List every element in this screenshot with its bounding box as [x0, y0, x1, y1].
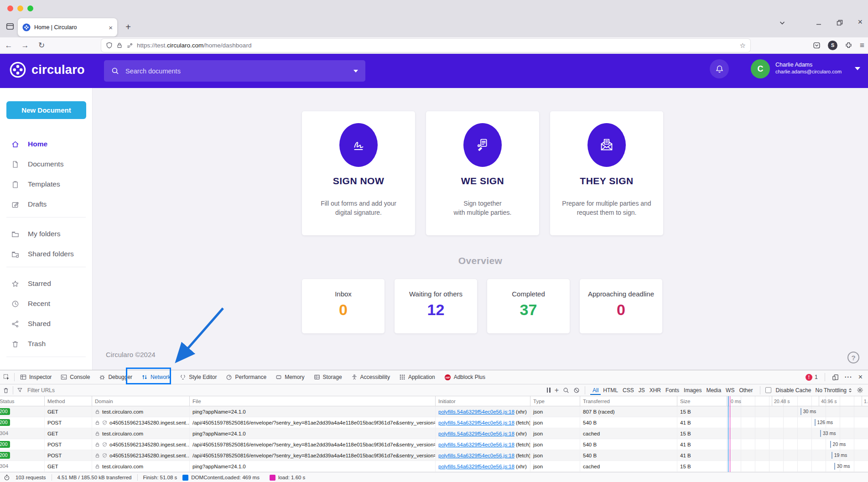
stat-card-deadline[interactable]: Approaching deadline 0	[580, 279, 662, 333]
search-bar[interactable]	[104, 60, 365, 82]
devtools-tab-console[interactable]: Console	[56, 370, 94, 384]
firefox-view-icon[interactable]	[6, 22, 14, 31]
extension-s-icon[interactable]: S	[828, 41, 837, 50]
devtools-tab-accessibility[interactable]: Accessibility	[347, 370, 395, 384]
devtools-tab-adblock-plus[interactable]: ABP Adblock Plus	[440, 370, 490, 384]
sidebar-item-shared[interactable]: Shared	[11, 316, 88, 332]
stat-card-inbox[interactable]: Inbox 0	[302, 279, 385, 333]
sidebar-item-drafts[interactable]: Drafts	[11, 196, 88, 212]
search-input[interactable]	[125, 67, 348, 75]
filter-urls-input[interactable]: Filter URLs	[26, 387, 55, 394]
window-close-icon[interactable]: ×	[858, 17, 863, 27]
sidebar-item-recent[interactable]: Recent	[11, 295, 88, 312]
lock-icon[interactable]	[116, 42, 123, 49]
table-row[interactable]: 200 POST o4505159621345280.ingest.sent… …	[0, 439, 868, 450]
stat-card-completed[interactable]: Completed 37	[487, 279, 570, 333]
sidebar-item-documents[interactable]: Documents	[11, 156, 88, 172]
column-header-type[interactable]: Type	[530, 396, 580, 406]
table-row[interactable]: 304 GET test.circularo.com ping?appName=…	[0, 428, 868, 439]
column-header-domain[interactable]: Domain	[92, 396, 190, 406]
sidebar-item-templates[interactable]: Templates	[11, 176, 88, 192]
clear-requests-icon[interactable]	[0, 387, 12, 394]
filter-pill[interactable]: Other	[737, 386, 755, 395]
add-request-icon[interactable]: +	[555, 386, 559, 394]
sidebar-item-statistics[interactable]: Statistics	[11, 365, 88, 370]
sidebar-item-shared-folders[interactable]: Shared folders	[11, 246, 88, 262]
initiator-link[interactable]: polyfills.54a6329f54ec0e56.js:18	[438, 453, 515, 458]
table-row[interactable]: 200 GET test.circularo.com ping?appName=…	[0, 406, 868, 417]
macos-minimize-button[interactable]	[17, 5, 23, 11]
table-row[interactable]: 200 POST o4505159621345280.ingest.sent… …	[0, 417, 868, 428]
devtools-tab-memory[interactable]: Memory	[271, 370, 309, 384]
devtools-tab-performance[interactable]: Performance	[221, 370, 271, 384]
filter-pill[interactable]: Images	[681, 386, 704, 395]
filter-pill[interactable]: Fonts	[663, 386, 681, 395]
forward-icon[interactable]: →	[19, 40, 31, 52]
action-card-they-sign[interactable]: THEY SIGN Prepare for multiple parties a…	[550, 111, 663, 235]
back-icon[interactable]: ←	[3, 40, 15, 52]
devtools-tab-inspector[interactable]: Inspector	[16, 370, 56, 384]
block-request-icon[interactable]	[573, 387, 580, 394]
column-header-file[interactable]: File	[190, 396, 436, 406]
reload-icon[interactable]: ↻	[36, 40, 47, 52]
initiator-link[interactable]: polyfills.54a6329f54ec0e56.js:18	[438, 420, 515, 425]
new-tab-button[interactable]: +	[122, 21, 134, 33]
sidebar-item-trash[interactable]: Trash	[11, 336, 88, 352]
filter-pill[interactable]: Media	[704, 386, 723, 395]
pocket-icon[interactable]	[813, 41, 821, 49]
column-header-size[interactable]: Size	[677, 396, 727, 406]
url-text[interactable]: https://test.circularo.com/home/dashboar…	[137, 42, 736, 49]
disable-cache-label[interactable]: Disable Cache	[775, 387, 811, 394]
error-badge-icon[interactable]: !	[806, 374, 812, 381]
notifications-button[interactable]	[710, 59, 729, 78]
filter-pill[interactable]: All	[590, 386, 601, 395]
user-menu[interactable]: C Charlie Adams charlie.adams@circularo.…	[751, 59, 860, 78]
search-requests-icon[interactable]	[563, 387, 569, 394]
column-header-initiator[interactable]: Initiator	[436, 396, 530, 406]
tracking-shield-icon[interactable]	[106, 42, 113, 49]
devtools-tab-storage[interactable]: Storage	[309, 370, 347, 384]
load-time[interactable]: load: 1.60 s	[278, 475, 305, 480]
column-header-method[interactable]: Method	[45, 396, 92, 406]
request-count[interactable]: 103 requests	[16, 475, 46, 480]
table-row[interactable]: 200 POST o4505159621345280.ingest.sent… …	[0, 450, 868, 461]
table-row[interactable]: 304 GET test.circularo.com ping?appName=…	[0, 461, 868, 472]
sidebar-item-my-folders[interactable]: My folders	[11, 226, 88, 242]
domcontentloaded-time[interactable]: DOMContentLoaded: 469 ms	[191, 475, 260, 480]
menu-hamburger-icon[interactable]: ≡	[860, 41, 864, 50]
devtools-close-icon[interactable]: ×	[858, 373, 863, 381]
timings-toggle-icon[interactable]	[4, 474, 10, 481]
responsive-design-icon[interactable]	[832, 374, 839, 381]
window-restore-icon[interactable]	[836, 19, 843, 26]
initiator-link[interactable]: polyfills.54a6329f54ec0e56.js:18	[438, 431, 515, 436]
devtools-tab-application[interactable]: Application	[395, 370, 440, 384]
column-header-status[interactable]: Status	[0, 396, 45, 406]
app-logo[interactable]: circularo	[9, 61, 85, 78]
filter-pill[interactable]: WS	[723, 386, 737, 395]
initiator-link[interactable]: polyfills.54a6329f54ec0e56.js:18	[438, 464, 515, 469]
sidebar-item-home[interactable]: Home	[11, 136, 88, 152]
action-card-we-sign[interactable]: WE SIGN Sign together with multiple part…	[426, 111, 539, 235]
initiator-link[interactable]: polyfills.54a6329f54ec0e56.js:18	[438, 409, 515, 415]
network-settings-gear-icon[interactable]	[857, 387, 863, 394]
url-bar[interactable]: https://test.circularo.com/home/dashboar…	[101, 39, 750, 52]
stat-card-waiting[interactable]: Waiting for others 12	[395, 279, 477, 333]
search-dropdown-caret-icon[interactable]	[353, 70, 358, 73]
filter-pill[interactable]: JS	[636, 386, 647, 395]
pause-traffic-icon[interactable]	[547, 388, 551, 393]
action-card-sign-now[interactable]: SIGN NOW Fill out forms and add your dig…	[302, 111, 415, 235]
macos-close-button[interactable]	[7, 5, 13, 11]
disable-cache-checkbox[interactable]	[765, 387, 771, 393]
column-header-waterfall[interactable]: 0 ms 20.48 s 40.96 s 1.02 min	[727, 396, 868, 406]
initiator-link[interactable]: polyfills.54a6329f54ec0e56.js:18	[438, 442, 515, 447]
browser-tab[interactable]: Home | Circularo ×	[18, 18, 117, 36]
tab-close-icon[interactable]: ×	[109, 24, 113, 31]
devtools-tab-style-editor[interactable]: Style Editor	[175, 370, 221, 384]
tab-list-chevron-icon[interactable]	[779, 19, 786, 26]
sidebar-item-starred[interactable]: Starred	[11, 275, 88, 292]
bookmark-star-icon[interactable]: ☆	[740, 41, 746, 50]
macos-zoom-button[interactable]	[27, 5, 33, 11]
column-header-transferred[interactable]: Transferred	[580, 396, 677, 406]
element-picker-icon[interactable]	[0, 374, 13, 381]
extensions-puzzle-icon[interactable]	[845, 41, 852, 49]
